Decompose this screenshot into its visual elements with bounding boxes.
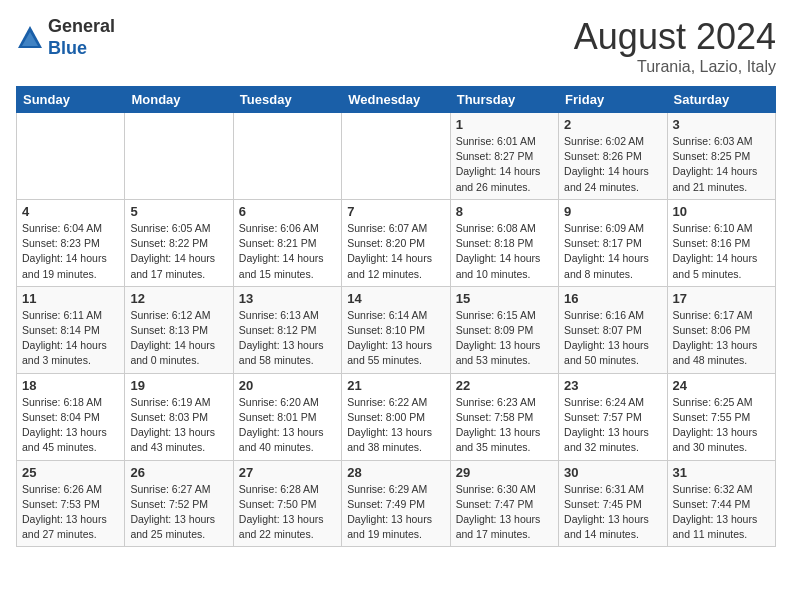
calendar-week-row: 25Sunrise: 6:26 AMSunset: 7:53 PMDayligh… — [17, 460, 776, 547]
calendar-cell: 14Sunrise: 6:14 AMSunset: 8:10 PMDayligh… — [342, 286, 450, 373]
day-number: 1 — [456, 117, 553, 132]
day-info: Sunrise: 6:14 AMSunset: 8:10 PMDaylight:… — [347, 308, 444, 369]
calendar-week-row: 4Sunrise: 6:04 AMSunset: 8:23 PMDaylight… — [17, 199, 776, 286]
weekday-header-friday: Friday — [559, 87, 667, 113]
day-number: 31 — [673, 465, 770, 480]
weekday-header-sunday: Sunday — [17, 87, 125, 113]
calendar-week-row: 11Sunrise: 6:11 AMSunset: 8:14 PMDayligh… — [17, 286, 776, 373]
day-info: Sunrise: 6:17 AMSunset: 8:06 PMDaylight:… — [673, 308, 770, 369]
day-info: Sunrise: 6:19 AMSunset: 8:03 PMDaylight:… — [130, 395, 227, 456]
calendar-cell — [125, 113, 233, 200]
calendar-cell: 2Sunrise: 6:02 AMSunset: 8:26 PMDaylight… — [559, 113, 667, 200]
logo-blue-text: Blue — [48, 38, 87, 58]
day-info: Sunrise: 6:28 AMSunset: 7:50 PMDaylight:… — [239, 482, 336, 543]
location: Turania, Lazio, Italy — [574, 58, 776, 76]
calendar-cell: 13Sunrise: 6:13 AMSunset: 8:12 PMDayligh… — [233, 286, 341, 373]
month-title: August 2024 — [574, 16, 776, 58]
day-info: Sunrise: 6:20 AMSunset: 8:01 PMDaylight:… — [239, 395, 336, 456]
day-number: 3 — [673, 117, 770, 132]
calendar-table: SundayMondayTuesdayWednesdayThursdayFrid… — [16, 86, 776, 547]
calendar-cell: 26Sunrise: 6:27 AMSunset: 7:52 PMDayligh… — [125, 460, 233, 547]
calendar-cell — [17, 113, 125, 200]
calendar-cell: 29Sunrise: 6:30 AMSunset: 7:47 PMDayligh… — [450, 460, 558, 547]
day-number: 6 — [239, 204, 336, 219]
calendar-cell: 30Sunrise: 6:31 AMSunset: 7:45 PMDayligh… — [559, 460, 667, 547]
day-number: 29 — [456, 465, 553, 480]
day-number: 14 — [347, 291, 444, 306]
calendar-cell: 10Sunrise: 6:10 AMSunset: 8:16 PMDayligh… — [667, 199, 775, 286]
day-number: 25 — [22, 465, 119, 480]
day-info: Sunrise: 6:01 AMSunset: 8:27 PMDaylight:… — [456, 134, 553, 195]
day-info: Sunrise: 6:04 AMSunset: 8:23 PMDaylight:… — [22, 221, 119, 282]
calendar-cell — [233, 113, 341, 200]
day-number: 12 — [130, 291, 227, 306]
day-info: Sunrise: 6:18 AMSunset: 8:04 PMDaylight:… — [22, 395, 119, 456]
day-number: 15 — [456, 291, 553, 306]
day-info: Sunrise: 6:06 AMSunset: 8:21 PMDaylight:… — [239, 221, 336, 282]
calendar-cell — [342, 113, 450, 200]
day-number: 22 — [456, 378, 553, 393]
day-info: Sunrise: 6:29 AMSunset: 7:49 PMDaylight:… — [347, 482, 444, 543]
day-number: 4 — [22, 204, 119, 219]
calendar-week-row: 1Sunrise: 6:01 AMSunset: 8:27 PMDaylight… — [17, 113, 776, 200]
day-number: 20 — [239, 378, 336, 393]
weekday-header-monday: Monday — [125, 87, 233, 113]
calendar-cell: 12Sunrise: 6:12 AMSunset: 8:13 PMDayligh… — [125, 286, 233, 373]
day-number: 21 — [347, 378, 444, 393]
day-info: Sunrise: 6:16 AMSunset: 8:07 PMDaylight:… — [564, 308, 661, 369]
calendar-cell: 4Sunrise: 6:04 AMSunset: 8:23 PMDaylight… — [17, 199, 125, 286]
weekday-header-saturday: Saturday — [667, 87, 775, 113]
day-number: 18 — [22, 378, 119, 393]
calendar-cell: 8Sunrise: 6:08 AMSunset: 8:18 PMDaylight… — [450, 199, 558, 286]
calendar-cell: 1Sunrise: 6:01 AMSunset: 8:27 PMDaylight… — [450, 113, 558, 200]
day-number: 30 — [564, 465, 661, 480]
day-info: Sunrise: 6:26 AMSunset: 7:53 PMDaylight:… — [22, 482, 119, 543]
calendar-cell: 6Sunrise: 6:06 AMSunset: 8:21 PMDaylight… — [233, 199, 341, 286]
calendar-cell: 15Sunrise: 6:15 AMSunset: 8:09 PMDayligh… — [450, 286, 558, 373]
weekday-header-wednesday: Wednesday — [342, 87, 450, 113]
calendar-cell: 19Sunrise: 6:19 AMSunset: 8:03 PMDayligh… — [125, 373, 233, 460]
day-number: 16 — [564, 291, 661, 306]
day-info: Sunrise: 6:11 AMSunset: 8:14 PMDaylight:… — [22, 308, 119, 369]
weekday-header-tuesday: Tuesday — [233, 87, 341, 113]
day-number: 19 — [130, 378, 227, 393]
page-header: General Blue August 2024 Turania, Lazio,… — [16, 16, 776, 76]
calendar-cell: 21Sunrise: 6:22 AMSunset: 8:00 PMDayligh… — [342, 373, 450, 460]
day-number: 27 — [239, 465, 336, 480]
day-info: Sunrise: 6:12 AMSunset: 8:13 PMDaylight:… — [130, 308, 227, 369]
day-info: Sunrise: 6:07 AMSunset: 8:20 PMDaylight:… — [347, 221, 444, 282]
day-info: Sunrise: 6:08 AMSunset: 8:18 PMDaylight:… — [456, 221, 553, 282]
day-number: 26 — [130, 465, 227, 480]
day-info: Sunrise: 6:02 AMSunset: 8:26 PMDaylight:… — [564, 134, 661, 195]
day-info: Sunrise: 6:32 AMSunset: 7:44 PMDaylight:… — [673, 482, 770, 543]
day-number: 2 — [564, 117, 661, 132]
day-info: Sunrise: 6:30 AMSunset: 7:47 PMDaylight:… — [456, 482, 553, 543]
calendar-cell: 11Sunrise: 6:11 AMSunset: 8:14 PMDayligh… — [17, 286, 125, 373]
calendar-cell: 9Sunrise: 6:09 AMSunset: 8:17 PMDaylight… — [559, 199, 667, 286]
day-number: 24 — [673, 378, 770, 393]
weekday-header-row: SundayMondayTuesdayWednesdayThursdayFrid… — [17, 87, 776, 113]
day-info: Sunrise: 6:05 AMSunset: 8:22 PMDaylight:… — [130, 221, 227, 282]
calendar-cell: 24Sunrise: 6:25 AMSunset: 7:55 PMDayligh… — [667, 373, 775, 460]
calendar-cell: 7Sunrise: 6:07 AMSunset: 8:20 PMDaylight… — [342, 199, 450, 286]
day-info: Sunrise: 6:03 AMSunset: 8:25 PMDaylight:… — [673, 134, 770, 195]
logo-icon — [16, 24, 44, 52]
calendar-cell: 5Sunrise: 6:05 AMSunset: 8:22 PMDaylight… — [125, 199, 233, 286]
calendar-cell: 22Sunrise: 6:23 AMSunset: 7:58 PMDayligh… — [450, 373, 558, 460]
day-number: 13 — [239, 291, 336, 306]
day-info: Sunrise: 6:31 AMSunset: 7:45 PMDaylight:… — [564, 482, 661, 543]
day-number: 8 — [456, 204, 553, 219]
day-info: Sunrise: 6:22 AMSunset: 8:00 PMDaylight:… — [347, 395, 444, 456]
calendar-cell: 23Sunrise: 6:24 AMSunset: 7:57 PMDayligh… — [559, 373, 667, 460]
calendar-cell: 27Sunrise: 6:28 AMSunset: 7:50 PMDayligh… — [233, 460, 341, 547]
day-number: 28 — [347, 465, 444, 480]
calendar-cell: 17Sunrise: 6:17 AMSunset: 8:06 PMDayligh… — [667, 286, 775, 373]
day-number: 9 — [564, 204, 661, 219]
calendar-cell: 31Sunrise: 6:32 AMSunset: 7:44 PMDayligh… — [667, 460, 775, 547]
day-info: Sunrise: 6:23 AMSunset: 7:58 PMDaylight:… — [456, 395, 553, 456]
day-info: Sunrise: 6:10 AMSunset: 8:16 PMDaylight:… — [673, 221, 770, 282]
calendar-cell: 20Sunrise: 6:20 AMSunset: 8:01 PMDayligh… — [233, 373, 341, 460]
calendar-cell: 16Sunrise: 6:16 AMSunset: 8:07 PMDayligh… — [559, 286, 667, 373]
day-info: Sunrise: 6:15 AMSunset: 8:09 PMDaylight:… — [456, 308, 553, 369]
weekday-header-thursday: Thursday — [450, 87, 558, 113]
